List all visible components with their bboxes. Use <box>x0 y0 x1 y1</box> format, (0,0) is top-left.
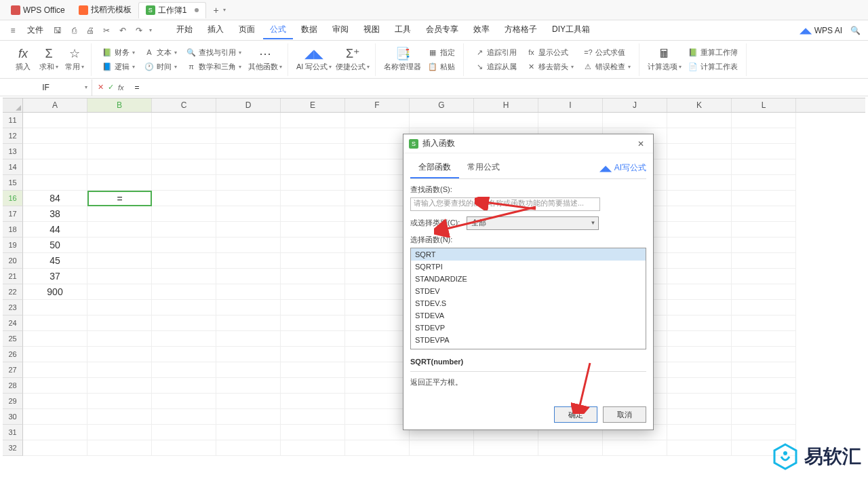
cell[interactable] <box>216 331 281 347</box>
cell[interactable] <box>216 378 281 394</box>
cell[interactable] <box>732 191 796 206</box>
cell[interactable] <box>667 113 732 128</box>
calc-options-button[interactable]: 🖩 计算选项▾ <box>648 45 682 75</box>
logic-button[interactable]: 📘逻辑▾ <box>100 60 138 73</box>
cell[interactable] <box>216 159 281 175</box>
cell[interactable] <box>23 362 87 378</box>
cell[interactable] <box>23 394 87 409</box>
cell[interactable] <box>474 440 538 456</box>
finance-button[interactable]: 📗财务▾ <box>100 46 138 59</box>
cell[interactable] <box>281 300 345 316</box>
menu-hamburger-icon[interactable]: ≡ <box>7 24 19 37</box>
column-header[interactable]: G <box>410 98 474 112</box>
cell[interactable] <box>345 394 410 409</box>
column-header[interactable]: D <box>216 98 281 112</box>
cell[interactable] <box>667 409 732 425</box>
sum-button[interactable]: Σ 求和▾ <box>38 45 60 75</box>
cell[interactable] <box>345 284 410 300</box>
cell[interactable] <box>474 113 538 128</box>
cell[interactable] <box>732 394 796 409</box>
cell[interactable] <box>667 206 732 222</box>
cell[interactable] <box>152 191 216 206</box>
menu-tab[interactable]: DIY工具箱 <box>545 21 597 39</box>
menu-tab[interactable]: 工具 <box>388 21 418 39</box>
cell[interactable] <box>667 394 732 409</box>
cell[interactable] <box>732 362 796 378</box>
menu-tab[interactable]: 页面 <box>232 21 262 39</box>
cell[interactable] <box>667 284 732 300</box>
cell[interactable] <box>216 237 281 253</box>
function-list-item[interactable]: STDEV <box>411 285 646 297</box>
cell[interactable] <box>152 409 216 425</box>
column-header[interactable]: A <box>23 98 87 112</box>
cell[interactable] <box>667 440 732 456</box>
cell[interactable] <box>538 113 603 128</box>
cell[interactable] <box>23 316 87 331</box>
cell[interactable] <box>281 113 345 128</box>
cell[interactable] <box>732 113 796 128</box>
quick-formula-button[interactable]: Σ⁺ 便捷公式▾ <box>336 45 370 75</box>
cell[interactable] <box>152 331 216 347</box>
cell[interactable] <box>667 300 732 316</box>
column-header[interactable]: J <box>603 98 667 112</box>
cell[interactable] <box>732 253 796 269</box>
row-header[interactable]: 29 <box>3 394 23 409</box>
save-icon[interactable]: 🖫 <box>52 24 64 37</box>
row-header[interactable]: 16 <box>3 191 23 206</box>
cell[interactable] <box>603 440 667 456</box>
cell[interactable] <box>23 144 87 159</box>
cell[interactable] <box>345 347 410 362</box>
tab-menu-caret-icon[interactable]: ▾ <box>223 7 226 13</box>
undo-icon[interactable]: ↶ <box>117 24 129 37</box>
cell[interactable] <box>732 222 796 237</box>
row-header[interactable]: 32 <box>3 440 23 456</box>
cell[interactable] <box>732 378 796 394</box>
menu-tab[interactable]: 视图 <box>357 21 387 39</box>
cell[interactable] <box>87 113 152 128</box>
cell[interactable] <box>345 253 410 269</box>
cell[interactable]: 84 <box>23 191 87 206</box>
row-header[interactable]: 26 <box>3 347 23 362</box>
cell[interactable] <box>667 144 732 159</box>
cell[interactable] <box>345 269 410 284</box>
menu-tab[interactable]: 方格格子 <box>498 21 544 39</box>
wps-ai-button[interactable]: ◢◣ WPS AI <box>800 26 842 35</box>
function-list-item[interactable]: STDEVA <box>411 309 646 322</box>
text-button[interactable]: A文本▾ <box>142 46 180 59</box>
cell[interactable] <box>152 159 216 175</box>
cell[interactable] <box>281 440 345 456</box>
cell[interactable]: 44 <box>23 222 87 237</box>
cell[interactable] <box>281 378 345 394</box>
formula-input[interactable]: = <box>130 83 868 92</box>
common-fn-button[interactable]: ☆ 常用▾ <box>64 45 85 75</box>
cell[interactable] <box>667 222 732 237</box>
cell[interactable] <box>216 394 281 409</box>
fx-icon[interactable]: fx <box>118 83 124 92</box>
cell[interactable] <box>732 316 796 331</box>
cell[interactable] <box>281 331 345 347</box>
cell[interactable]: 38 <box>23 206 87 222</box>
cell[interactable] <box>87 237 152 253</box>
ok-button[interactable]: 确定 <box>554 406 597 423</box>
row-header[interactable]: 21 <box>3 269 23 284</box>
cell[interactable] <box>23 300 87 316</box>
cell[interactable] <box>152 175 216 191</box>
cell[interactable] <box>216 191 281 206</box>
cell[interactable] <box>23 331 87 347</box>
row-header[interactable]: 19 <box>3 237 23 253</box>
cell[interactable] <box>667 159 732 175</box>
row-header[interactable]: 11 <box>3 113 23 128</box>
row-header[interactable]: 28 <box>3 378 23 394</box>
cell[interactable] <box>281 347 345 362</box>
cell[interactable] <box>87 378 152 394</box>
column-header[interactable]: H <box>474 98 538 112</box>
title-tab-template[interactable]: 找稻壳模板 <box>72 2 138 18</box>
cell[interactable] <box>345 191 410 206</box>
function-list-item[interactable]: SQRT <box>411 248 646 261</box>
other-fn-button[interactable]: ⋯ 其他函数▾ <box>248 45 282 75</box>
cell[interactable] <box>23 128 87 144</box>
cell[interactable] <box>345 440 410 456</box>
column-header[interactable]: L <box>732 98 796 112</box>
row-header[interactable]: 18 <box>3 222 23 237</box>
dialog-tab-common[interactable]: 常用公式 <box>459 157 508 178</box>
